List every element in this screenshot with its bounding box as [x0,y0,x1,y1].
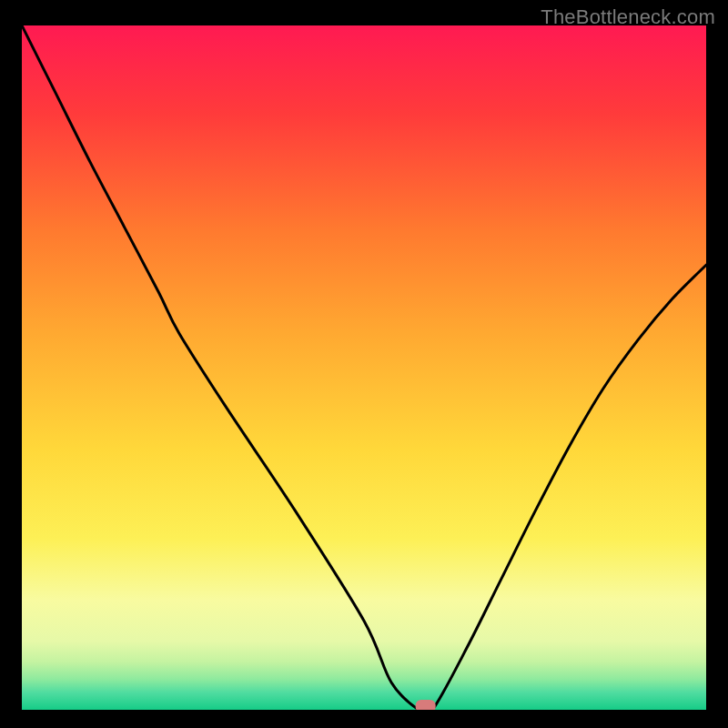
watermark-label: TheBottleneck.com [541,5,715,29]
chart-frame: TheBottleneck.com [0,0,728,728]
optimum-marker [416,700,436,710]
bottleneck-chart [22,25,706,710]
gradient-background [22,25,706,710]
plot-area [22,25,706,710]
